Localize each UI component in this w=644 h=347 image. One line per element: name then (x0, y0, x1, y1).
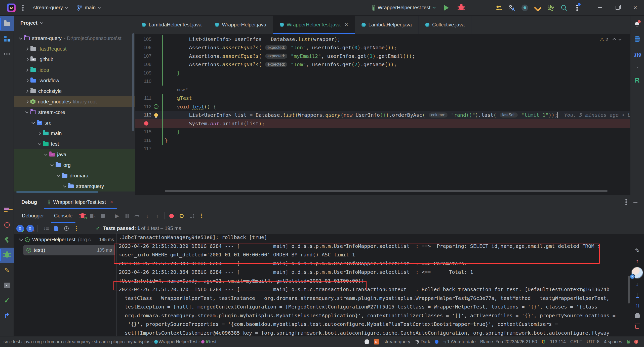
chevron-down-icon[interactable] (25, 110, 28, 113)
chevron-down-icon[interactable] (57, 173, 60, 177)
tool-todo-button[interactable] (0, 202, 14, 217)
code-line-107[interactable]: 107Assertions.assertEquals( expected: "m… (135, 52, 644, 60)
chevron-right-icon[interactable] (25, 47, 28, 50)
pause-button[interactable] (122, 211, 132, 221)
print-button[interactable] (632, 311, 643, 321)
indent-item[interactable]: 4 spaces (602, 339, 624, 344)
code-line-105[interactable]: 105List<UserInfo> userInfos = Database.l… (135, 35, 644, 44)
chevron-right-icon[interactable] (25, 89, 28, 93)
close-tab-icon[interactable]: × (345, 21, 348, 28)
tab-Collective.java[interactable]: Collective.java (419, 16, 471, 34)
readonly-lock-item[interactable] (624, 340, 632, 343)
chevron-right-icon[interactable] (25, 79, 28, 82)
chevron-down-icon[interactable] (44, 152, 47, 156)
tool-debug-button[interactable] (0, 248, 14, 263)
database-tool-button[interactable] (630, 31, 644, 47)
code-line-116[interactable]: 116} (135, 136, 644, 145)
project-vertical-scrollbar[interactable] (132, 33, 134, 131)
scroll-to-end-button[interactable]: ↓ (632, 290, 643, 300)
debug-button[interactable] (454, 0, 468, 16)
chevron-right-icon[interactable] (25, 58, 28, 61)
step-out-button[interactable]: ↑ (152, 211, 162, 221)
git-sync-item[interactable]: ↑↓1 Δ/up-to-date (441, 339, 478, 344)
tab-WrapperHelper.java[interactable]: WrapperHelper.java (208, 16, 273, 34)
evaluate-button[interactable] (187, 211, 197, 221)
code-with-me-button[interactable] (492, 0, 505, 16)
mute-listeners-button[interactable]: ≣× (88, 211, 98, 221)
show-failed-button[interactable]: ≣× (26, 225, 34, 232)
debug-session-tab[interactable]: WrapperHelperTest.test × (43, 195, 118, 209)
tree-item-streamquery[interactable]: streamquery (14, 181, 135, 191)
translate-button[interactable] (505, 0, 518, 16)
console-output[interactable]: .JdbcTransactionManager@94e51e8]; rollba… (116, 233, 631, 336)
chevron-down-icon[interactable] (50, 163, 54, 166)
tools-button[interactable] (531, 0, 544, 16)
github-status-item[interactable] (362, 339, 372, 344)
rerun-debug-button[interactable]: ↻ (77, 211, 88, 221)
minimize-button[interactable] (591, 0, 609, 16)
sort-button[interactable]: ↓≣ (41, 223, 51, 234)
project-horizontal-scrollbar[interactable] (16, 191, 98, 193)
view-breakpoints-button[interactable] (167, 211, 177, 221)
tab-debugger[interactable]: Debugger (17, 209, 49, 223)
tree-item-.fastRequest[interactable]: .fastRequest (14, 44, 135, 54)
run-configuration-selector[interactable]: WrapperHelperTest.test (369, 3, 438, 13)
tree-item-main[interactable]: main (14, 128, 135, 139)
chevron-down-icon[interactable] (31, 121, 35, 124)
breadcrumb-item-mybatisplus[interactable]: mybatisplus (127, 339, 150, 344)
chevron-right-icon[interactable] (25, 68, 28, 71)
show-passed-button[interactable]: ≣✓ (16, 225, 24, 232)
debug-panel-title[interactable]: Debug (14, 195, 43, 209)
test-class-row[interactable]: ✓ WrapperHelperTest (org.c 195 ms (16, 234, 117, 245)
tree-item-.workflow[interactable]: .workflow (14, 75, 135, 86)
breadcrumb-item-org[interactable]: org (35, 339, 42, 344)
settings-menu-button[interactable] (571, 0, 584, 16)
tree-item-src[interactable]: <>src (14, 118, 135, 128)
code-line-117[interactable]: 117 (135, 145, 644, 153)
blame-item[interactable]: Blame: You 2023/4/26 21:50 (478, 339, 539, 344)
code-line-109[interactable]: 109} (135, 69, 644, 77)
tab-LambdaHelper.java[interactable]: LambdaHelper.java (355, 16, 419, 34)
tree-item-node_modules[interactable]: snode_modules library root (14, 96, 135, 107)
tree-item-checkstyle[interactable]: checkstyle (14, 86, 135, 96)
chevron-right-icon[interactable] (25, 100, 28, 103)
test-method-row[interactable]: ✓ test() 195 ms (23, 245, 115, 255)
plugin-dot-item[interactable] (432, 340, 441, 344)
tab-WrapperHelperTest.java[interactable]: WrapperHelperTest.java× (273, 16, 355, 34)
breadcrumb-item-stream[interactable]: stream (94, 339, 108, 344)
chevron-right-icon[interactable] (38, 132, 41, 135)
search-everywhere-button[interactable] (557, 0, 571, 16)
code-line-114[interactable]: System.out.println(list); (135, 119, 644, 128)
intention-bulb-icon[interactable] (154, 113, 158, 117)
assistant-avatar[interactable]: 英 (631, 267, 643, 279)
theme-item[interactable]: Dark (413, 339, 432, 344)
tree-item-test[interactable]: test (14, 139, 135, 149)
run-more-actions-button[interactable] (469, 0, 482, 16)
tab-console[interactable]: Console (49, 209, 77, 223)
scroll-down-button[interactable]: ↓ (632, 279, 643, 289)
code-line-115[interactable]: 115} (135, 128, 644, 136)
restore-button[interactable] (609, 0, 626, 16)
tree-item-java[interactable]: ♨java (14, 149, 135, 160)
inspections-widget[interactable]: ⚠ 2 (600, 37, 621, 42)
chevron-down-icon[interactable] (19, 36, 22, 39)
notifications-button[interactable] (630, 16, 644, 31)
fast-request-tool-button[interactable]: R (630, 72, 644, 88)
tool-project-button[interactable] (0, 16, 14, 31)
project-panel-header[interactable]: Project (14, 16, 135, 30)
tree-item-dromara[interactable]: dromara (14, 170, 135, 181)
breadcrumb-item-src[interactable]: src (4, 339, 10, 344)
clear-console-button[interactable] (632, 322, 643, 332)
close-button[interactable]: × (626, 0, 644, 16)
project-name-item[interactable]: stream-query (381, 339, 413, 344)
tree-item-.idea[interactable]: .idea (14, 65, 135, 75)
breadcrumb-item-test[interactable]: test (209, 339, 216, 344)
project-widget[interactable]: stream-query (30, 3, 71, 13)
tree-item-org[interactable]: org (14, 160, 135, 170)
tree-item-stream-core[interactable]: stream-core (14, 107, 135, 118)
stop-button[interactable] (98, 211, 108, 221)
open-file-button[interactable] (51, 223, 61, 234)
tool-more-button[interactable] (0, 46, 14, 61)
code-line-111[interactable]: 111@Test (135, 94, 644, 103)
code-line-110[interactable]: 110 (135, 77, 644, 86)
